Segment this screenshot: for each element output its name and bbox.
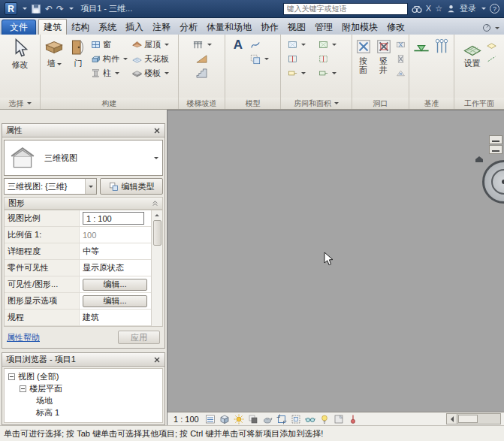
revit-logo[interactable]: R <box>5 2 17 15</box>
tag-room-button[interactable] <box>286 66 316 80</box>
dormer-opening-button[interactable] <box>394 66 407 80</box>
wall-opening-button[interactable] <box>394 38 407 52</box>
project-browser-close-icon[interactable] <box>153 356 161 364</box>
model-group-button[interactable] <box>249 52 277 66</box>
modify-button[interactable]: 修改 <box>12 36 29 98</box>
restore-icon[interactable] <box>489 145 502 154</box>
wheel-home-icon[interactable] <box>475 156 484 163</box>
tree-item-views[interactable]: 视图 (全部) <box>5 370 162 382</box>
properties-help-link[interactable]: 属性帮助 <box>7 332 40 343</box>
app-menu-caret-icon[interactable] <box>23 8 27 10</box>
grid-button[interactable] <box>432 36 451 98</box>
discipline-value[interactable]: 建筑 <box>80 310 162 325</box>
tab-systems[interactable]: 系统 <box>94 20 121 35</box>
reveal-hidden-elements-icon[interactable] <box>318 413 330 424</box>
room-button[interactable] <box>286 38 316 52</box>
tag-area-button[interactable] <box>317 66 347 80</box>
show-workplane-button[interactable] <box>485 38 498 52</box>
edit-type-button[interactable]: 编辑类型 <box>100 178 163 195</box>
temporary-view-properties-icon[interactable] <box>333 413 345 424</box>
visibility-graphics-edit-button[interactable]: 编辑... <box>83 279 147 291</box>
tree-item-floor-plans[interactable]: 楼层平面 <box>5 382 162 394</box>
steering-wheel[interactable] <box>482 160 504 204</box>
tab-structure[interactable]: 结构 <box>67 20 94 35</box>
qat-caret-icon[interactable] <box>69 8 74 10</box>
sun-path-icon[interactable] <box>233 413 245 424</box>
scroll-track[interactable] <box>457 413 501 424</box>
tab-architecture[interactable]: 建筑 <box>38 19 67 35</box>
collapse-icon[interactable] <box>8 373 15 380</box>
horizontal-scrollbar[interactable] <box>446 413 501 425</box>
shadows-icon[interactable] <box>247 413 259 424</box>
section-collapse-icon[interactable] <box>152 200 158 207</box>
save-icon[interactable] <box>31 4 41 14</box>
section-header-graphics[interactable]: 图形 <box>4 197 163 210</box>
show-constraints-icon[interactable] <box>347 413 359 424</box>
tree-item-site[interactable]: 场地 <box>5 394 162 406</box>
floor-button[interactable]: 楼板 <box>131 66 177 80</box>
model-text-button[interactable]: A <box>228 36 248 98</box>
properties-scrollbar[interactable] <box>151 210 162 326</box>
parts-visibility-value[interactable]: 显示原状态 <box>80 260 162 276</box>
scale-button[interactable]: 1 : 100 <box>171 415 202 424</box>
tree-item-level-1[interactable]: 标高 1 <box>5 406 162 418</box>
room-separator-button[interactable] <box>286 52 316 66</box>
search-input[interactable] <box>283 3 408 15</box>
graphic-display-edit-button[interactable]: 编辑... <box>83 295 147 307</box>
star-icon[interactable]: ☆ <box>435 5 442 13</box>
panel-label-room-area[interactable]: 房间和面积 <box>281 98 352 109</box>
ref-plane-button[interactable] <box>485 52 498 66</box>
set-workplane-button[interactable]: 设置 <box>460 36 484 98</box>
tab-massing-site[interactable]: 体量和场地 <box>202 20 256 35</box>
tab-insert[interactable]: 插入 <box>121 20 148 35</box>
tab-manage[interactable]: 管理 <box>310 20 337 35</box>
ramp-button[interactable] <box>195 52 209 66</box>
scroll-up-icon[interactable] <box>152 210 162 220</box>
redo-icon[interactable]: ↷ <box>56 5 64 14</box>
roof-button[interactable]: 屋顶 <box>131 38 177 52</box>
search-binoculars-icon[interactable] <box>412 4 422 14</box>
project-browser-title-bar[interactable]: 项目浏览器 - 项目1 <box>2 353 164 367</box>
level-button[interactable] <box>412 36 431 98</box>
apply-button[interactable]: 应用 <box>118 331 160 344</box>
tab-file[interactable]: 文件 <box>2 20 36 35</box>
minimize-icon[interactable] <box>489 135 502 144</box>
view-selector-dd-button[interactable] <box>85 179 96 194</box>
undo-icon[interactable]: ↶ <box>45 5 53 14</box>
area-button[interactable] <box>317 38 347 52</box>
tab-modify[interactable]: 修改 <box>382 20 409 35</box>
temporary-hide-isolate-icon[interactable] <box>304 413 316 424</box>
wall-button[interactable]: 墙 <box>41 36 67 98</box>
exchange-apps-icon[interactable]: X <box>426 5 431 13</box>
stair-button[interactable] <box>195 66 209 80</box>
view-scale-value[interactable]: 1 : 100 <box>83 212 144 225</box>
tab-analyze[interactable]: 分析 <box>175 20 202 35</box>
tab-annotate[interactable]: 注释 <box>148 20 175 35</box>
rendering-dialog-icon[interactable] <box>261 413 273 424</box>
vertical-opening-button[interactable] <box>394 52 407 66</box>
drawing-canvas[interactable]: 1 : 100 <box>167 110 504 425</box>
scroll-thumb[interactable] <box>153 220 161 246</box>
signin-label[interactable]: 登录 <box>460 3 476 14</box>
detail-level-value[interactable]: 中等 <box>80 243 162 259</box>
view-window-controls[interactable] <box>489 135 502 155</box>
model-line-button[interactable] <box>249 38 277 52</box>
shaft-button[interactable]: 竖井 <box>374 36 394 98</box>
tab-collaborate[interactable]: 协作 <box>256 20 283 35</box>
column-button[interactable]: 柱 <box>89 66 130 80</box>
tab-view[interactable]: 视图 <box>283 20 310 35</box>
view-selector-dropdown[interactable]: 三维视图: {三维} <box>4 178 97 195</box>
scroll-left-icon[interactable] <box>446 413 457 424</box>
properties-title-bar[interactable]: 属性 <box>2 124 164 137</box>
railing-button[interactable] <box>191 38 213 52</box>
help-icon[interactable]: ? <box>490 4 499 14</box>
ceiling-button[interactable]: 天花板 <box>131 52 177 66</box>
type-selector[interactable]: 三维视图 <box>4 140 163 176</box>
crop-view-icon[interactable] <box>276 413 288 424</box>
ribbon-display-toggle[interactable] <box>482 23 504 35</box>
visual-style-icon[interactable] <box>219 413 231 424</box>
opening-by-face-button[interactable]: 按面 <box>354 36 373 98</box>
user-icon[interactable] <box>446 4 456 14</box>
component-button[interactable]: 构件 <box>89 52 130 66</box>
panel-label-select[interactable]: 选择 <box>0 98 40 109</box>
